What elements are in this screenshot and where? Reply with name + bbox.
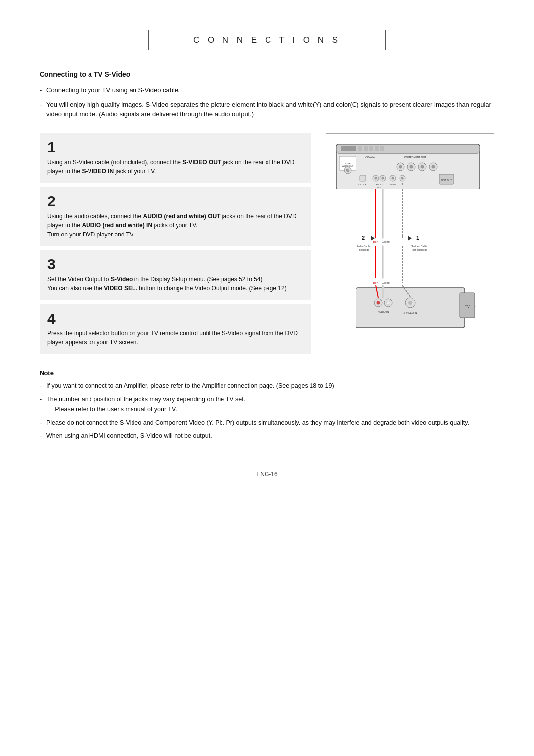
svg-text:COAXIAL: COAXIAL [365, 156, 376, 159]
svg-text:(not included): (not included) [412, 248, 427, 251]
step-3-block: 3 Set the Video Output to S-Video in the… [40, 250, 312, 300]
connection-diagram: DIGITAL AUDIO OUT COAXIAL COMPONENT OUT … [326, 133, 494, 354]
svg-text:WHITE: WHITE [382, 241, 390, 244]
intro-bullet-list: Connecting to your TV using an S-Video c… [40, 85, 494, 119]
svg-rect-1 [336, 144, 480, 153]
svg-text:2: 2 [362, 235, 365, 241]
svg-point-31 [392, 177, 394, 180]
note-item-1: If you want to connect to an Amplifier, … [40, 381, 494, 391]
svg-point-62 [377, 301, 380, 305]
svg-point-64 [387, 301, 390, 305]
svg-point-22 [432, 165, 435, 169]
page-title: C O N N E C T I O N S [193, 35, 341, 45]
step-2-number: 2 [47, 194, 304, 209]
page-number: ENG-16 [256, 471, 277, 478]
svg-text:(included): (included) [358, 248, 369, 251]
svg-rect-42 [382, 189, 383, 238]
intro-bullet-1: Connecting to your TV using an S-Video c… [40, 85, 494, 95]
svg-text:S-VIDEO IN: S-VIDEO IN [404, 311, 417, 314]
svg-text:Audio Cable: Audio Cable [356, 245, 370, 248]
step-2-text: Using the audio cables, connect the AUDI… [47, 212, 304, 239]
svg-marker-45 [371, 236, 375, 241]
step-4-block: 4 Press the input selector button on you… [40, 304, 312, 354]
svg-text:WHITE: WHITE [382, 282, 390, 284]
diagram-svg: DIGITAL AUDIO OUT COAXIAL COMPONENT OUT … [331, 140, 490, 347]
svg-point-26 [375, 177, 377, 180]
svg-rect-5 [369, 146, 373, 151]
note-item-3: Please do not connect the S-Video and Co… [40, 418, 494, 427]
svg-text:S: S [401, 183, 403, 186]
svg-point-20 [421, 165, 424, 169]
svg-point-12 [346, 169, 349, 172]
step-4-number: 4 [47, 311, 304, 326]
note-item-2: The number and position of the jacks may… [40, 395, 494, 414]
svg-text:1: 1 [416, 235, 419, 241]
steps-column: 1 Using an S-Video cable (not included),… [40, 133, 312, 354]
step-3-text: Set the Video Output to S-Video in the D… [47, 275, 304, 293]
step-3-number: 3 [47, 257, 304, 272]
note-section: Note If you want to connect to an Amplif… [40, 369, 494, 441]
step-1-text: Using an S-Video cable (not included), c… [47, 158, 304, 176]
svg-point-18 [410, 165, 413, 169]
step-1-block: 1 Using an S-Video cable (not included),… [40, 133, 312, 183]
main-content-area: 1 Using an S-Video cable (not included),… [40, 133, 494, 354]
svg-rect-71 [382, 285, 383, 298]
svg-rect-4 [364, 146, 368, 151]
step-1-number: 1 [47, 140, 304, 155]
svg-rect-3 [358, 146, 362, 151]
svg-text:S-Video Cable: S-Video Cable [411, 245, 427, 248]
svg-text:OPTICAL: OPTICAL [358, 183, 367, 186]
svg-text:RED: RED [373, 282, 379, 284]
svg-point-67 [408, 301, 412, 305]
svg-rect-23 [360, 175, 366, 181]
svg-text:TV: TV [465, 304, 470, 309]
svg-rect-6 [375, 146, 379, 151]
svg-point-34 [401, 177, 404, 180]
section-heading: Connecting to a TV S-Video [40, 70, 494, 78]
page-title-box: C O N N E C T I O N S [148, 30, 386, 50]
svg-text:HDMI OUT: HDMI OUT [441, 179, 452, 182]
svg-text:AUDIO: AUDIO [376, 183, 383, 186]
step-4-text: Press the input selector button on your … [47, 329, 304, 347]
svg-marker-47 [408, 236, 412, 241]
intro-bullet-2: You will enjoy high quality images. S-Vi… [40, 100, 494, 119]
svg-text:RED: RED [373, 241, 379, 244]
svg-text:OUT: OUT [377, 186, 382, 189]
page-footer: ENG-16 [40, 471, 494, 478]
svg-rect-55 [382, 246, 383, 278]
svg-text:AUDIO IN: AUDIO IN [378, 310, 389, 313]
svg-text:VIDEO: VIDEO [390, 183, 396, 186]
svg-rect-2 [341, 146, 356, 151]
svg-point-28 [382, 177, 384, 180]
note-item-4: When using an HDMI connection, S-Video w… [40, 431, 494, 441]
svg-rect-7 [380, 146, 384, 151]
note-label: Note [40, 369, 494, 377]
svg-point-16 [399, 165, 402, 169]
step-2-block: 2 Using the audio cables, connect the AU… [40, 187, 312, 246]
svg-text:COMPONENT OUT: COMPONENT OUT [404, 156, 426, 159]
note-list: If you want to connect to an Amplifier, … [40, 381, 494, 441]
